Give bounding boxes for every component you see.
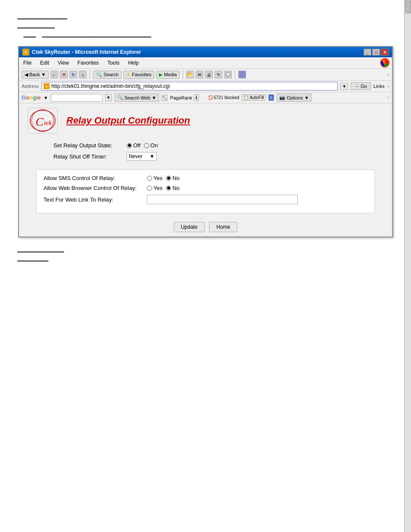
autofill-button[interactable]: 📋 AutoFill (242, 94, 265, 101)
button-row: Update Home (28, 222, 383, 232)
close-button[interactable]: ✕ (381, 49, 389, 56)
minimize-button[interactable]: _ (364, 49, 371, 56)
unknown-icon-1[interactable] (238, 71, 246, 78)
google-search-input[interactable] (51, 94, 103, 102)
blocked-button[interactable]: 🚫 5721 blocked (208, 95, 240, 100)
toolbar-sep-3 (235, 70, 235, 79)
address-input-container[interactable]: e http://ctek01.thingme.net/admin-bin/cf… (41, 82, 338, 90)
address-url: http://ctek01.thingme.net/admin-bin/cfg_… (51, 83, 170, 89)
edit-icon[interactable]: ✎ (215, 71, 222, 78)
web-no-label: No (172, 185, 180, 191)
menu-edit[interactable]: Edit (38, 59, 51, 67)
scrollbar[interactable] (404, 0, 411, 532)
links-button[interactable]: Links (374, 84, 385, 89)
search-toolbar-button[interactable]: 🔍 Search (93, 71, 121, 79)
relay-state-radio-group: Off On (127, 142, 158, 149)
menu-tools[interactable]: Tools (106, 59, 121, 67)
autofill-label: AutoFill (249, 95, 264, 100)
relay-state-off-radio[interactable] (127, 143, 132, 148)
menu-favorites[interactable]: Favorites (76, 59, 100, 67)
blocked-label: 5721 blocked (214, 95, 240, 100)
search-web-button[interactable]: 🔍 Search Web ▼ (115, 93, 159, 102)
web-link-row: Text For Web Link To Relay: (44, 195, 367, 204)
doc-bottom-underline-2: __________ (17, 255, 48, 261)
back-dropdown-icon: ▼ (41, 72, 46, 77)
doc-underline-3b: ___________________________________ (42, 31, 151, 37)
autofill-icon-btn[interactable]: b (268, 94, 274, 101)
search-toolbar-icon: 🔍 (96, 72, 102, 78)
doc-bottom-section: _______________ __________ (17, 246, 394, 261)
maximize-button[interactable]: □ (372, 49, 380, 56)
google-logo[interactable]: Google (22, 94, 41, 101)
go-button[interactable]: → Go (351, 82, 371, 90)
web-control-label: Allow Web Browser Control Of Relay: (44, 185, 143, 191)
sms-yes-item[interactable]: Yes (147, 175, 162, 181)
forward-button[interactable]: ▶ (50, 71, 58, 78)
toolbar-sep-2 (183, 70, 183, 79)
scrollbar-thumb[interactable] (405, 0, 411, 13)
options-dropdown-icon: ▼ (304, 95, 309, 100)
print-icon[interactable]: 🖨 (205, 71, 213, 78)
browser-window: e Ctek SkyRouter - Microsoft Internet Ex… (18, 46, 393, 237)
doc-top-section: ________________ ____________ ____ _____… (17, 13, 394, 37)
favorites-toolbar-button[interactable]: ★ Favorites (123, 71, 154, 79)
update-button[interactable]: Update (174, 222, 205, 232)
web-link-input[interactable] (147, 195, 298, 204)
history-icon[interactable]: 📂 (186, 71, 194, 78)
wrench-icon[interactable]: 🔧 (162, 95, 168, 101)
browser-title: Ctek SkyRouter - Microsoft Internet Expl… (32, 49, 141, 55)
relay-state-on-label: On (150, 142, 158, 149)
title-bar-left: e Ctek SkyRouter - Microsoft Internet Ex… (22, 49, 141, 56)
discuss-icon[interactable]: 💬 (224, 71, 232, 78)
relay-state-section: Set Relay Output State: Off On Relay Sh (53, 142, 383, 161)
relay-state-on-radio[interactable] (144, 143, 149, 148)
google-input-dropdown[interactable]: ▼ (105, 94, 112, 101)
google-dropdown-arrow[interactable]: ▼ (44, 95, 48, 100)
address-label: Address (22, 84, 39, 89)
home-button[interactable]: Home (209, 222, 237, 232)
pagerank-icon[interactable]: ℹ (194, 94, 199, 101)
menu-file[interactable]: File (22, 59, 33, 67)
content-main: C tek Relay Output Configuration Set Rel… (19, 103, 392, 236)
sms-no-radio[interactable] (166, 176, 171, 181)
sms-yes-radio[interactable] (147, 176, 152, 181)
web-yes-radio[interactable] (147, 186, 152, 191)
go-arrow-icon: → (355, 84, 359, 89)
search-web-dropdown-icon: ▼ (152, 95, 156, 100)
relay-state-label: Set Relay Output State: (53, 142, 122, 149)
web-no-item[interactable]: No (166, 185, 180, 191)
back-button[interactable]: ◀ Back ▼ (22, 71, 49, 79)
content-wrapper: C tek Relay Output Configuration Set Rel… (19, 103, 392, 236)
relay-state-on-item[interactable]: On (144, 142, 158, 149)
links-overflow: » (387, 84, 389, 89)
doc-underline-2: ____________ (17, 22, 55, 28)
toolbar-sep-1 (90, 70, 90, 79)
address-dropdown-button[interactable]: ▼ (340, 83, 348, 90)
web-no-radio[interactable] (166, 186, 171, 191)
menu-help[interactable]: Help (126, 59, 140, 67)
page-title: Relay Output Configuration (66, 115, 190, 126)
menu-bar: File Edit View Favorites Tools Help (19, 57, 392, 69)
options-button[interactable]: 📷 Options ▼ (277, 93, 311, 102)
svg-point-1 (30, 110, 55, 131)
stop-button[interactable]: ✕ (60, 71, 68, 78)
menu-view[interactable]: View (56, 59, 71, 67)
doc-line-2: ____________ (17, 22, 394, 28)
relay-timer-value: Never (129, 153, 143, 159)
relay-timer-select[interactable]: Never ▼ (127, 152, 157, 161)
title-bar: e Ctek SkyRouter - Microsoft Internet Ex… (19, 47, 392, 57)
title-bar-controls[interactable]: _ □ ✕ (364, 49, 389, 56)
go-label: Go (361, 84, 367, 89)
mail-icon[interactable]: ✉ (196, 71, 203, 78)
options-icon: 📷 (279, 95, 285, 100)
refresh-button[interactable]: ↻ (69, 71, 77, 78)
web-yes-item[interactable]: Yes (147, 185, 162, 191)
sms-control-radio-group: Yes No (147, 175, 180, 181)
sms-no-item[interactable]: No (166, 175, 180, 181)
relay-state-off-item[interactable]: Off (127, 142, 140, 149)
relay-state-off-label: Off (133, 142, 140, 149)
doc-underline-1: ________________ (17, 13, 67, 19)
home-toolbar-button[interactable]: ⌂ (79, 71, 87, 78)
media-toolbar-button[interactable]: ▶ Media (156, 71, 180, 79)
web-link-label: Text For Web Link To Relay: (44, 196, 143, 203)
